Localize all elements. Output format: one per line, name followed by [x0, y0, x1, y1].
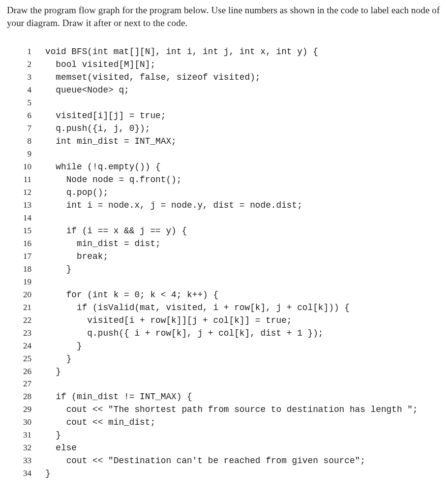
code-text: break; [45, 251, 108, 263]
line-number: 32 [15, 442, 31, 455]
code-line: 15 if (i == x && j == y) { [15, 225, 441, 238]
code-line: 34} [15, 468, 441, 480]
code-line: 1void BFS(int mat[][N], int i, int j, in… [15, 46, 441, 59]
code-line: 11 Node node = q.front(); [15, 174, 441, 187]
code-text: memset(visited, false, sizeof visited); [45, 71, 261, 84]
code-text: Node node = q.front(); [45, 174, 181, 187]
code-line: 8 int min_dist = INT_MAX; [15, 135, 441, 148]
code-text: cout << "Destination can't be reached fr… [45, 455, 365, 468]
code-text: q.pop(); [45, 187, 108, 199]
line-number: 14 [15, 212, 31, 225]
line-number: 9 [15, 148, 31, 161]
code-line: 10 while (!q.empty()) { [15, 161, 441, 174]
line-number: 19 [15, 276, 31, 289]
code-line: 25 } [15, 353, 441, 366]
code-line: 5 [15, 97, 441, 110]
code-text: cout << min_dist; [45, 416, 155, 429]
code-line: 21 if (isValid(mat, visited, i + row[k],… [15, 302, 441, 315]
code-text: bool visited[M][N]; [45, 59, 155, 71]
code-line: 28 if (min_dist != INT_MAX) { [15, 391, 441, 404]
code-line: 16 min_dist = dist; [15, 238, 441, 251]
code-text [45, 148, 56, 161]
line-number: 22 [15, 315, 31, 327]
code-text: min_dist = dist; [45, 238, 161, 251]
code-line: 23 q.push({ i + row[k], j + col[k], dist… [15, 327, 441, 340]
line-number: 20 [15, 289, 31, 302]
code-text: if (i == x && j == y) { [45, 225, 187, 238]
code-line: 12 q.pop(); [15, 187, 441, 199]
line-number: 12 [15, 187, 31, 199]
line-number: 24 [15, 340, 31, 353]
code-text: } [45, 263, 71, 276]
code-text: int min_dist = INT_MAX; [45, 135, 177, 148]
code-line: 26 } [15, 366, 441, 378]
code-line: 18 } [15, 263, 441, 276]
problem-instructions: Draw the program flow graph for the prog… [7, 4, 441, 29]
code-text: } [45, 366, 61, 378]
line-number: 2 [15, 59, 31, 71]
code-text: if (min_dist != INT_MAX) { [45, 391, 192, 404]
line-number: 23 [15, 327, 31, 340]
code-listing: 1void BFS(int mat[][N], int i, int j, in… [15, 46, 441, 480]
line-number: 3 [15, 71, 31, 84]
line-number: 29 [15, 404, 31, 416]
code-text: q.push({ i + row[k], j + col[k], dist + … [45, 327, 324, 340]
code-text [45, 212, 66, 225]
code-text [45, 97, 56, 110]
line-number: 30 [15, 416, 31, 429]
line-number: 4 [15, 84, 31, 97]
code-text: } [45, 429, 61, 442]
code-text: for (int k = 0; k < 4; k++) { [45, 289, 218, 302]
line-number: 16 [15, 238, 31, 251]
code-line: 22 visited[i + row[k]][j + col[k]] = tru… [15, 315, 441, 327]
code-line: 14 [15, 212, 441, 225]
code-text: } [45, 468, 51, 480]
code-text: queue<Node> q; [45, 84, 129, 97]
line-number: 33 [15, 455, 31, 468]
code-text: visited[i + row[k]][j + col[k]] = true; [45, 315, 292, 327]
code-line: 7 q.push({i, j, 0}); [15, 123, 441, 135]
code-text: cout << "The shortest path from source t… [45, 404, 418, 416]
code-line: 13 int i = node.x, j = node.y, dist = no… [15, 199, 441, 212]
code-line: 29 cout << "The shortest path from sourc… [15, 404, 441, 416]
line-number: 34 [15, 468, 31, 480]
code-text: } [45, 353, 71, 366]
code-line: 32 else [15, 442, 441, 455]
code-line: 27 [15, 378, 441, 391]
line-number: 27 [15, 378, 31, 391]
code-text: } [45, 340, 82, 353]
code-line: 6 visited[i][j] = true; [15, 110, 441, 123]
code-text: else [45, 442, 77, 455]
code-line: 24 } [15, 340, 441, 353]
line-number: 17 [15, 251, 31, 263]
code-line: 9 [15, 148, 441, 161]
line-number: 7 [15, 123, 31, 135]
code-text: int i = node.x, j = node.y, dist = node.… [45, 199, 302, 212]
line-number: 18 [15, 263, 31, 276]
line-number: 8 [15, 135, 31, 148]
code-text: q.push({i, j, 0}); [45, 123, 150, 135]
line-number: 6 [15, 110, 31, 123]
code-line: 19 [15, 276, 441, 289]
code-line: 20 for (int k = 0; k < 4; k++) { [15, 289, 441, 302]
code-line: 17 break; [15, 251, 441, 263]
line-number: 15 [15, 225, 31, 238]
code-line: 4 queue<Node> q; [15, 84, 441, 97]
line-number: 5 [15, 97, 31, 110]
line-number: 28 [15, 391, 31, 404]
line-number: 1 [15, 46, 31, 59]
code-text: void BFS(int mat[][N], int i, int j, int… [45, 46, 318, 59]
line-number: 25 [15, 353, 31, 366]
line-number: 31 [15, 429, 31, 442]
code-line: 33 cout << "Destination can't be reached… [15, 455, 441, 468]
line-number: 13 [15, 199, 31, 212]
line-number: 11 [15, 174, 31, 187]
code-text: visited[i][j] = true; [45, 110, 166, 123]
line-number: 26 [15, 366, 31, 378]
code-text: while (!q.empty()) { [45, 161, 161, 174]
code-line: 2 bool visited[M][N]; [15, 59, 441, 71]
line-number: 21 [15, 302, 31, 315]
code-line: 31 } [15, 429, 441, 442]
instruction-sentence-2: Draw it after or next to the code. [62, 18, 188, 28]
code-text: if (isValid(mat, visited, i + row[k], j … [45, 302, 350, 315]
